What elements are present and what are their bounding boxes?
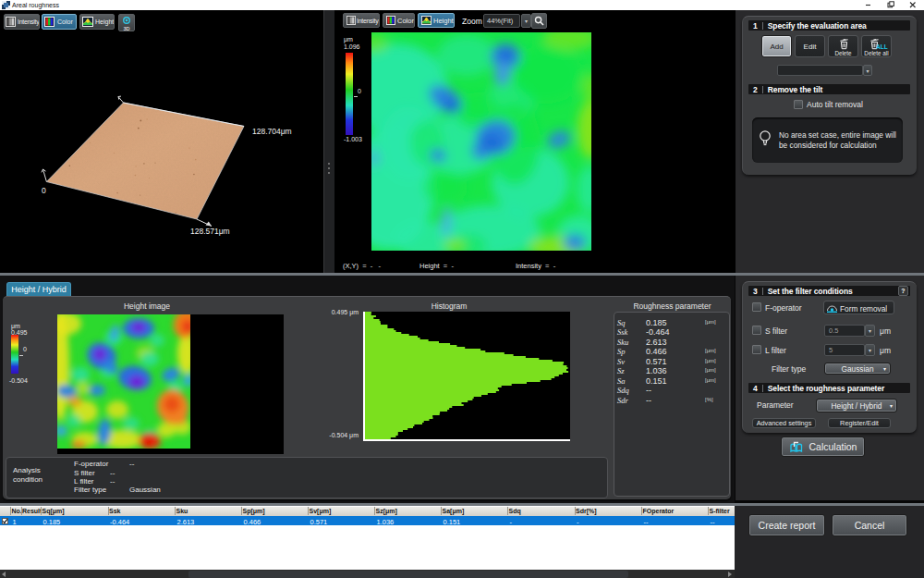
svg-text:0: 0 [42,186,46,195]
svg-text:128.571μm: 128.571μm [190,227,230,236]
svg-text:128.704μm: 128.704μm [252,127,292,136]
